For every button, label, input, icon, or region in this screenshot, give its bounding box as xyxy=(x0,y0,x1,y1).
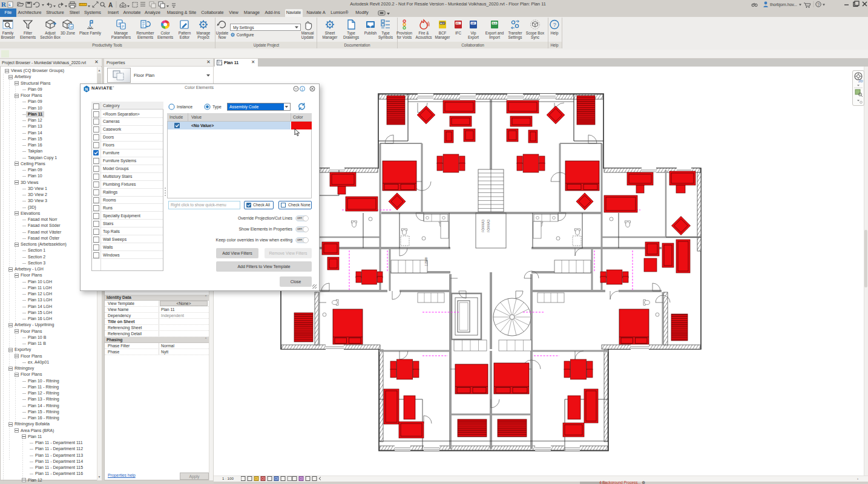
svg-text:P: P xyxy=(70,25,73,29)
svg-text:?: ? xyxy=(817,2,820,7)
svg-text:VIP: VIP xyxy=(472,22,475,25)
svg-text:E: E xyxy=(8,3,11,7)
svg-text:?: ? xyxy=(553,22,556,28)
svg-text:P: P xyxy=(122,25,124,28)
svg-text:thorbjorn.hov...: thorbjorn.hov... xyxy=(770,2,797,7)
svg-text:XLS: XLS xyxy=(492,22,497,25)
svg-text:i: i xyxy=(302,87,303,91)
svg-text:11500: 11500 xyxy=(424,257,428,266)
svg-text:FÖRRÄD: FÖRRÄD xyxy=(487,220,490,233)
svg-text:FÖRRÄD: FÖRRÄD xyxy=(481,220,485,233)
svg-text:R: R xyxy=(1,1,7,8)
